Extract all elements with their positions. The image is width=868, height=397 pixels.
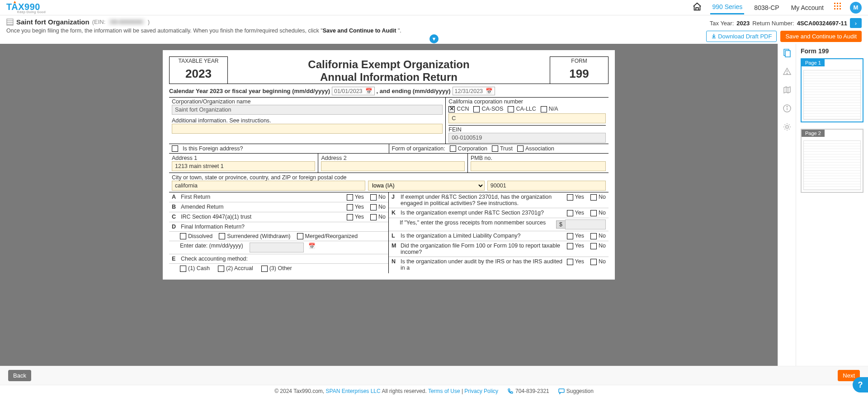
qm-no[interactable] <box>590 243 597 249</box>
apps-icon[interactable] <box>834 2 842 13</box>
qe-other[interactable] <box>261 266 268 272</box>
qc-yes[interactable] <box>347 214 353 220</box>
qm-yes[interactable] <box>567 243 573 249</box>
calendar-year-line: Calendar Year 2023 or fiscal year beginn… <box>169 87 609 95</box>
svg-point-16 <box>787 73 788 74</box>
scroll-down-icon[interactable]: ▼ <box>429 34 439 43</box>
map-icon[interactable] <box>783 85 792 96</box>
warning-icon[interactable] <box>783 67 792 77</box>
qd-surrendered[interactable] <box>219 233 225 239</box>
qa-yes[interactable] <box>347 194 353 201</box>
svg-rect-0 <box>834 3 835 4</box>
trust-checkbox[interactable] <box>492 145 498 152</box>
fy-begin-input[interactable]: 01/01/2023📅 <box>332 87 375 95</box>
qb-no[interactable] <box>370 204 377 210</box>
na-checkbox[interactable] <box>541 106 547 112</box>
ca-corp-input[interactable] <box>448 113 606 123</box>
main-area: TAXABLE YEAR 2023 California Exempt Orga… <box>0 44 868 366</box>
q-d: Final Information Return? <box>181 224 386 230</box>
form-page-1: TAXABLE YEAR 2023 California Exempt Orga… <box>163 50 615 280</box>
pages-icon[interactable] <box>783 48 792 59</box>
svg-rect-7 <box>837 8 838 9</box>
form-number: 199 <box>550 64 608 84</box>
state-select[interactable]: Iowa (IA) <box>368 181 485 191</box>
return-next-arrow-icon[interactable]: › <box>850 18 862 28</box>
sub-header: Saint fort Organization (EIN: 00-0000000… <box>0 15 868 44</box>
addr1-input[interactable] <box>172 161 315 171</box>
form-of-org-label: Form of organization: <box>392 145 445 152</box>
qn-no[interactable] <box>590 259 597 265</box>
svg-rect-4 <box>837 5 838 7</box>
assoc-checkbox[interactable] <box>517 145 524 152</box>
fein-label: FEIN <box>448 125 606 133</box>
qj-no[interactable] <box>590 194 597 201</box>
qa-no[interactable] <box>370 194 377 201</box>
thumbnail-panel: Form 199 Page 1 Page 2 <box>796 44 868 366</box>
home-icon[interactable] <box>692 2 702 13</box>
qd-merged[interactable] <box>297 233 303 239</box>
qb-yes[interactable] <box>347 204 353 210</box>
phone[interactable]: 704-839-2321 <box>507 388 549 394</box>
addr2-input[interactable] <box>321 161 464 171</box>
top-nav: 990 Series 8038-CP My Account M <box>692 0 862 14</box>
back-button[interactable]: Back <box>8 370 31 381</box>
privacy-link[interactable]: Privacy Policy <box>464 388 498 394</box>
suggestion-link[interactable]: Suggestion <box>558 388 594 394</box>
download-draft-button[interactable]: Download Draft PDF <box>706 31 777 42</box>
nav-my-account[interactable]: My Account <box>789 1 826 14</box>
help-fab[interactable]: ? <box>853 377 868 392</box>
qd-dissolved[interactable] <box>180 233 186 239</box>
gear-icon[interactable] <box>783 122 792 133</box>
corp-checkbox[interactable] <box>450 145 456 152</box>
qk-amount-input[interactable] <box>565 220 606 229</box>
addl-info-input[interactable] <box>172 124 443 134</box>
save-continue-button[interactable]: Save and Continue to Audit <box>780 31 862 42</box>
svg-rect-3 <box>834 5 835 7</box>
qc-no[interactable] <box>370 214 377 220</box>
qn-yes[interactable] <box>567 259 573 265</box>
ql-yes[interactable] <box>567 233 573 239</box>
qk-no[interactable] <box>590 210 597 216</box>
addr2-label: Address 2 <box>321 155 464 161</box>
fy-end-input[interactable]: 12/31/2023📅 <box>453 87 495 95</box>
thumb-page-2[interactable]: Page 2 <box>801 129 863 193</box>
q-j: If exempt under R&TC Section 23701d, has… <box>401 194 564 206</box>
qk-yes[interactable] <box>567 210 573 216</box>
avatar[interactable]: M <box>850 2 862 14</box>
foreign-addr-checkbox[interactable] <box>172 145 178 152</box>
return-meta: Tax Year: 2023 Return Number: 4SCA003246… <box>710 18 862 28</box>
logo[interactable]: TA▲X990 Keep Doing Good <box>6 2 46 14</box>
qd-date-input[interactable] <box>250 243 304 252</box>
thumb-page-1[interactable]: Page 1 <box>801 58 863 122</box>
casos-checkbox[interactable] <box>473 106 480 112</box>
svg-rect-2 <box>840 3 841 4</box>
form-title: California Exempt Organization Annual In… <box>228 56 550 84</box>
fein-input[interactable] <box>448 133 606 143</box>
city-input[interactable] <box>172 181 365 191</box>
ql-no[interactable] <box>590 233 597 239</box>
terms-link[interactable]: Terms of Use <box>428 388 460 394</box>
span-link[interactable]: SPAN Enterprises LLC <box>326 388 381 394</box>
ccn-checkbox[interactable] <box>448 106 455 112</box>
footer: © 2024 Tax990.com, SPAN Enterprises LLC … <box>0 385 868 397</box>
thumb-panel-title: Form 199 <box>801 47 863 55</box>
pmb-input[interactable] <box>471 161 606 171</box>
zip-input[interactable] <box>487 181 606 191</box>
nav-8038cp[interactable]: 8038-CP <box>752 1 781 14</box>
svg-rect-14 <box>785 51 790 57</box>
corp-name-input[interactable] <box>172 105 443 115</box>
callc-checkbox[interactable] <box>508 106 514 112</box>
calendar-icon: 📅 <box>486 88 493 94</box>
document-viewer[interactable]: TAXABLE YEAR 2023 California Exempt Orga… <box>0 44 778 366</box>
q-e: Check accounting method: <box>181 256 386 262</box>
nav-990-series[interactable]: 990 Series <box>710 0 744 14</box>
qj-yes[interactable] <box>567 194 573 201</box>
svg-rect-8 <box>840 8 841 9</box>
info-icon[interactable] <box>783 104 792 114</box>
qe-accrual[interactable] <box>218 266 224 272</box>
qe-cash[interactable] <box>180 266 186 272</box>
download-icon <box>711 33 717 39</box>
qd-enter-date-label: Enter date: (mm/dd/yyyy) <box>180 243 243 249</box>
q-c: IRC Section 4947(a)(1) trust <box>181 214 344 220</box>
svg-point-21 <box>787 106 788 107</box>
